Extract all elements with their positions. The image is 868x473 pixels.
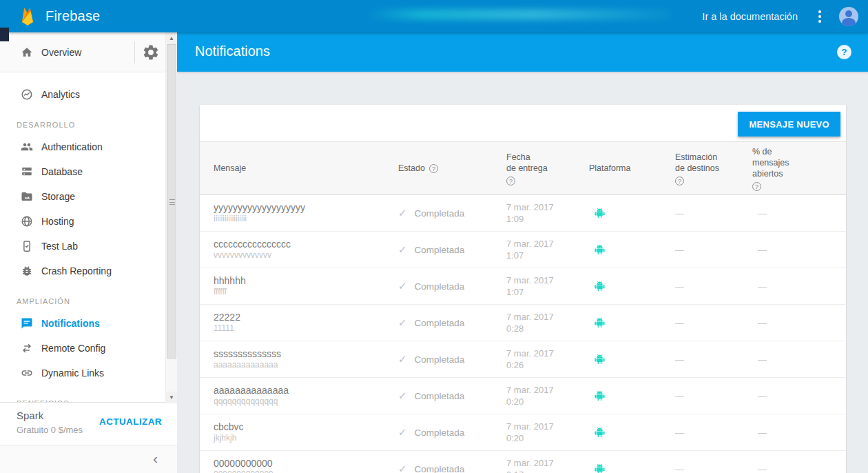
hosting-icon xyxy=(21,215,33,228)
date-cell: 7 mar. 20170:20 xyxy=(493,378,582,414)
scroll-up-icon[interactable]: ▲ xyxy=(166,32,177,44)
status-label: Completada xyxy=(415,318,465,328)
collapse-sidebar-icon[interactable]: ‹ xyxy=(153,451,158,467)
card-toolbar: MENSAJE NUEVO xyxy=(200,105,846,141)
android-icon xyxy=(594,243,606,256)
message-subtitle: 0000000000000 xyxy=(214,470,273,473)
status-cell: ✓Completada xyxy=(386,378,493,414)
open-rate-cell: — xyxy=(744,268,846,304)
platform-cell xyxy=(582,195,661,231)
message-subtitle: 11111 xyxy=(214,323,234,334)
sidebar: Overview AnalyticsDESARROLLOAuthenticati… xyxy=(0,32,177,473)
sidebar-scrollbar[interactable]: ▲ ▼ xyxy=(165,32,177,403)
column-header-abiertos: % demensajesabiertos? xyxy=(744,142,846,194)
new-message-button[interactable]: MENSAJE NUEVO xyxy=(738,112,840,137)
table-row[interactable]: cbcbvcjkjhkjh✓Completada7 mar. 20170:20—… xyxy=(200,414,846,451)
sidebar-item-crash-reporting[interactable]: Crash Reporting xyxy=(0,259,165,283)
status-cell: ✓Completada xyxy=(386,305,493,341)
open-rate-cell: — xyxy=(744,341,846,377)
check-icon: ✓ xyxy=(398,353,407,365)
table-row[interactable]: ccccccccccccccccvvvvvvvvvvvvvv✓Completad… xyxy=(200,232,846,268)
message-title: yyyyyyyyyyyyyyyyyyy xyxy=(214,202,305,214)
sidebar-item-label: Dynamic Links xyxy=(41,368,104,379)
column-header-mensaje: Mensaje xyxy=(200,142,386,194)
status-cell: ✓Completada xyxy=(386,414,493,450)
targets-cell: — xyxy=(661,414,744,450)
check-icon: ✓ xyxy=(398,390,407,402)
sidebar-item-hosting[interactable]: Hosting xyxy=(0,209,165,234)
table-row[interactable]: yyyyyyyyyyyyyyyyyyyiiiiiiiiiiiiiiiiii✓Co… xyxy=(200,195,846,232)
table-row[interactable]: aaaaaaaaaaaaaaqqqqqqqqqqqqqq✓Completada7… xyxy=(200,378,846,414)
column-header-plataforma: Plataforma xyxy=(582,142,661,194)
app-bar: Firebase Ir a la documentación xyxy=(0,0,868,32)
open-rate-cell: — xyxy=(744,195,846,231)
sidebar-item-label: Overview xyxy=(41,47,81,58)
sidebar-item-analytics[interactable]: Analytics xyxy=(0,82,165,107)
database-icon xyxy=(21,165,33,178)
help-icon[interactable]: ? xyxy=(752,182,761,191)
message-subtitle: aaaaaaaaaaaaaa xyxy=(214,360,278,370)
sidebar-item-dynamic-links[interactable]: Dynamic Links xyxy=(0,361,165,385)
help-icon[interactable]: ? xyxy=(429,164,438,173)
platform-cell xyxy=(582,305,661,341)
sidebar-item-storage[interactable]: Storage xyxy=(0,184,165,209)
avatar[interactable] xyxy=(839,7,858,26)
platform-cell xyxy=(582,232,661,268)
message-title: ssssssssssssss xyxy=(214,348,281,360)
android-icon xyxy=(594,207,606,219)
status-cell: ✓Completada xyxy=(386,268,493,304)
sidebar-item-label: Hosting xyxy=(41,216,74,227)
sidebar-item-label: Authentication xyxy=(41,141,103,152)
table-row[interactable]: 000000000000000000000000✓Completada7 mar… xyxy=(200,451,846,473)
sidebar-item-authentication[interactable]: Authentication xyxy=(0,134,165,159)
status-cell: ✓Completada xyxy=(386,195,493,231)
sidebar-item-remote-config[interactable]: Remote Config xyxy=(0,336,165,361)
platform-cell xyxy=(582,451,661,473)
message-cell: cbcbvcjkjhkjh xyxy=(200,414,386,450)
sidebar-item-database[interactable]: Database xyxy=(0,159,165,184)
divider xyxy=(134,41,135,63)
table-row[interactable]: ssssssssssssssaaaaaaaaaaaaaa✓Completada7… xyxy=(200,341,846,378)
upgrade-button[interactable]: ACTUALIZAR xyxy=(99,416,162,427)
scrollbar-thumb[interactable] xyxy=(167,44,176,359)
help-icon[interactable]: ? xyxy=(506,177,515,185)
sidebar-footer: ‹ xyxy=(0,445,177,473)
scroll-down-icon[interactable]: ▼ xyxy=(166,392,177,403)
date-cell: 7 mar. 20171:09 xyxy=(493,195,582,231)
table-body: yyyyyyyyyyyyyyyyyyyiiiiiiiiiiiiiiiiii✓Co… xyxy=(200,195,846,473)
help-icon[interactable]: ? xyxy=(837,45,851,59)
authentication-icon xyxy=(21,141,33,153)
table-row[interactable]: 2222211111✓Completada7 mar. 20170:28—— xyxy=(200,305,846,341)
status-label: Completada xyxy=(415,354,465,365)
sidebar-item-label: Analytics xyxy=(41,89,80,100)
open-rate-cell: — xyxy=(744,378,846,414)
screen-artifact xyxy=(0,28,9,41)
targets-cell: — xyxy=(661,378,744,414)
sidebar-item-label: Test Lab xyxy=(41,241,78,252)
status-cell: ✓Completada xyxy=(386,341,493,377)
firebase-logo-icon xyxy=(19,7,36,26)
table-header: MensajeEstado?Fechade entrega?Plataforma… xyxy=(200,141,846,195)
targets-cell: — xyxy=(661,305,744,341)
overflow-menu-icon[interactable] xyxy=(816,8,824,26)
message-cell: yyyyyyyyyyyyyyyyyyyiiiiiiiiiiiiiiiiii xyxy=(200,195,386,231)
testlab-icon xyxy=(21,240,33,252)
date-cell: 7 mar. 20170:28 xyxy=(493,305,582,341)
status-cell: ✓Completada xyxy=(386,232,493,268)
message-title: 22222 xyxy=(214,312,240,323)
sidebar-section-beneficios: BENEFICIOS xyxy=(0,385,165,403)
table-row[interactable]: hhhhhhffffff✓Completada7 mar. 20171:07—— xyxy=(200,268,846,305)
sidebar-item-overview[interactable]: Overview xyxy=(0,32,134,72)
sidebar-item-label: Remote Config xyxy=(41,343,105,354)
message-cell: hhhhhhffffff xyxy=(200,268,386,304)
gear-icon[interactable] xyxy=(142,43,160,61)
sidebar-item-test-lab[interactable]: Test Lab xyxy=(0,234,165,259)
status-cell: ✓Completada xyxy=(386,451,493,473)
sidebar-item-notifications[interactable]: Notifications xyxy=(0,311,165,336)
message-title: aaaaaaaaaaaaaa xyxy=(214,385,289,396)
check-icon: ✓ xyxy=(398,280,407,292)
help-icon[interactable]: ? xyxy=(675,177,684,185)
check-icon: ✓ xyxy=(398,426,407,439)
documentation-link[interactable]: Ir a la documentación xyxy=(702,11,798,22)
plan-name: Spark xyxy=(17,410,43,421)
